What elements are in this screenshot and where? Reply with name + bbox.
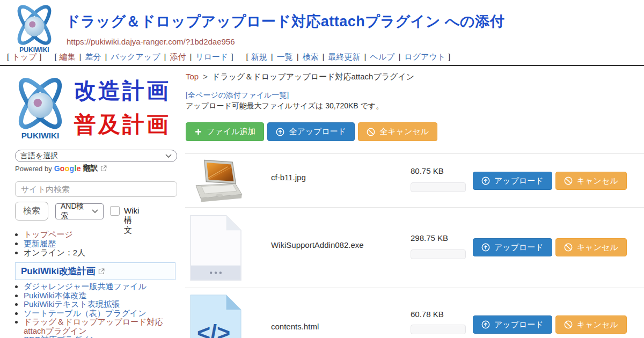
upload-all-label: 全アップロード	[289, 127, 346, 137]
section-box: PukiWiki改造計画	[15, 262, 175, 280]
nav-link-list[interactable]: 一覧	[277, 52, 293, 61]
bracket: ]	[39, 52, 41, 61]
nav-link-logout[interactable]: ログアウト	[404, 52, 445, 61]
list-item: 更新履歴	[24, 239, 172, 248]
progress-bar	[411, 182, 466, 192]
chevron-down-icon	[165, 154, 172, 158]
external-link-icon	[98, 268, 105, 275]
nav-link-diff[interactable]: 差分	[85, 52, 101, 61]
google-logo: Google	[54, 164, 81, 173]
generic-file-icon	[190, 215, 241, 281]
file-row: WikiSupportAddin082.exe 298.75 KB アップロード	[185, 207, 644, 288]
upload-circle-icon	[481, 177, 490, 185]
progress-bar	[411, 249, 466, 259]
add-files-label: ファイル追加	[207, 127, 255, 137]
search-button[interactable]: 検索	[15, 202, 48, 221]
progress-bar	[411, 325, 466, 334]
file-rows: cf-b11.jpg 80.75 KB アップロード	[185, 153, 644, 338]
upload-circle-icon	[481, 243, 490, 252]
upload-button[interactable]: アップロード	[473, 238, 552, 256]
row-buttons: アップロード キャンセル	[473, 172, 627, 190]
max-size-text: アップロード可能最大ファイルサイズは 30,720KB です。	[186, 101, 383, 111]
cancel-label: キャンセル	[577, 243, 618, 253]
separator: |	[189, 52, 192, 61]
powered-by-google: Powered by Google 翻訳	[15, 164, 107, 173]
page-title: ドラッグ＆ドロップアップロード対応attachプラグイン への添付	[65, 12, 504, 31]
sidebar-link-common-files[interactable]: ダジャレンジャー版共通ファイル	[24, 282, 147, 291]
sidebar-link-dnd-attach[interactable]: ドラッグ＆ドロップアップロード対応attachプラグイン	[24, 317, 163, 335]
code-glyph: </>	[197, 320, 230, 338]
sidebar-banner[interactable]: PUKIWIKI 改造計画 普及計画	[9, 72, 180, 144]
cancel-button[interactable]: キャンセル	[555, 172, 627, 190]
pukiwiki-atom-icon: PUKIWIKI	[9, 73, 72, 143]
nav-link-edit[interactable]: 編集	[60, 52, 76, 61]
sidebar: PUKIWIKI 改造計画 普及計画 言語を選択 Powered by Goog…	[0, 67, 185, 338]
add-files-button[interactable]: ファイル追加	[186, 122, 264, 141]
pukiwiki-logo-icon[interactable]: PUKIWIKI	[8, 3, 61, 54]
attach-file-list-link[interactable]: [全ページの添付ファイル一覧]	[186, 91, 289, 100]
page-url-link[interactable]: https://pukiwiki.dajya-ranger.com/?1bd2d…	[67, 37, 235, 46]
cancel-button[interactable]: キャンセル	[555, 315, 627, 334]
breadcrumb-top-link[interactable]: Top	[186, 72, 199, 81]
cancel-all-label: 全キャンセル	[379, 127, 429, 137]
breadcrumb-separator: >	[203, 72, 208, 81]
file-name: cf-b11.jpg	[271, 173, 306, 182]
ban-icon	[564, 243, 573, 252]
google-letter: G	[54, 164, 60, 173]
file-name: contents.html	[271, 322, 319, 331]
file-row: </> contents.html 60.78 KB アップロード	[185, 288, 644, 338]
nav-link-reload[interactable]: リロード	[195, 52, 228, 61]
sidebar-main-links: ダジャレンジャー版共通ファイル PukiWiki本体改造 PukiWikiテキス…	[0, 282, 172, 338]
sidebar-link-sort-table[interactable]: ソートテーブル（表）プラグイン	[24, 308, 147, 318]
top-navigation: [トップ][編集|差分|バックアップ|添付|リロード][新規|一覧|検索|最終更…	[4, 52, 460, 62]
laptop-photo-thumbnail	[190, 158, 247, 203]
sidebar-link-toppage[interactable]: トップページ	[24, 230, 73, 239]
chevron-down-icon	[92, 209, 98, 214]
separator: |	[323, 52, 325, 61]
section-heading-link[interactable]: PukiWiki改造計画	[21, 265, 96, 277]
google-letter: o	[65, 164, 70, 173]
language-select[interactable]: 言語を選択	[15, 150, 177, 162]
cancel-all-button[interactable]: 全キャンセル	[358, 122, 437, 141]
sidebar-link-history[interactable]: 更新履歴	[24, 239, 56, 248]
main-content: Top>ドラッグ＆ドロップアップロード対応attachプラグイン [全ページの添…	[185, 67, 644, 338]
translate-link[interactable]: 翻訳	[83, 164, 98, 173]
nav-link-help[interactable]: ヘルプ	[370, 52, 394, 61]
nav-link-search[interactable]: 検索	[303, 52, 319, 61]
upload-button[interactable]: アップロード	[473, 172, 552, 190]
sidebar-link-seo[interactable]: SEO対応プラグイン	[24, 335, 98, 338]
upload-label: アップロード	[494, 320, 544, 330]
upload-label: アップロード	[494, 176, 544, 186]
upload-button[interactable]: アップロード	[473, 315, 552, 334]
wiki-syntax-checkbox[interactable]	[110, 206, 120, 216]
nav-group-site: [新規|一覧|検索|最終更新|ヘルプ|ログアウト]	[244, 52, 453, 61]
separator: |	[398, 52, 400, 61]
list-item: PukiWiki本体改造	[24, 291, 172, 300]
search-mode-select[interactable]: AND検索	[55, 203, 104, 219]
external-link-icon	[100, 165, 107, 172]
breadcrumb-current: ドラッグ＆ドロップアップロード対応attachプラグイン	[212, 72, 414, 81]
file-name: WikiSupportAddin082.exe	[271, 240, 364, 249]
banner-kaizo-text: 改造計画	[74, 76, 171, 106]
bracket: ]	[448, 52, 450, 61]
nav-link-backup[interactable]: バックアップ	[111, 52, 160, 61]
nav-link-attach[interactable]: 添付	[170, 52, 186, 61]
nav-link-recent[interactable]: 最終更新	[328, 52, 360, 61]
cancel-label: キャンセル	[577, 176, 618, 186]
sidebar-link-core-mods[interactable]: PukiWiki本体改造	[24, 291, 87, 300]
cancel-button[interactable]: キャンセル	[555, 238, 627, 256]
list-item: PukiWikiテキスト表現拡張	[24, 300, 172, 309]
nav-link-top[interactable]: トップ	[12, 52, 36, 61]
file-size: 80.75 KB	[411, 166, 444, 175]
list-item: SEO対応プラグイン	[24, 335, 172, 338]
sidebar-link-text-ext[interactable]: PukiWikiテキスト表現拡張	[24, 299, 120, 308]
file-size: 60.78 KB	[411, 310, 444, 319]
header: PUKIWIKI ドラッグ＆ドロップアップロード対応attachプラグイン への…	[0, 0, 644, 66]
bracket: [	[246, 52, 248, 61]
ban-icon	[367, 128, 375, 136]
nav-link-new[interactable]: 新規	[251, 52, 267, 61]
upload-all-button[interactable]: 全アップロード	[267, 122, 355, 141]
row-buttons: アップロード キャンセル	[473, 238, 627, 256]
site-search-input[interactable]	[15, 181, 177, 197]
nav-group-home: [トップ]	[4, 52, 44, 61]
